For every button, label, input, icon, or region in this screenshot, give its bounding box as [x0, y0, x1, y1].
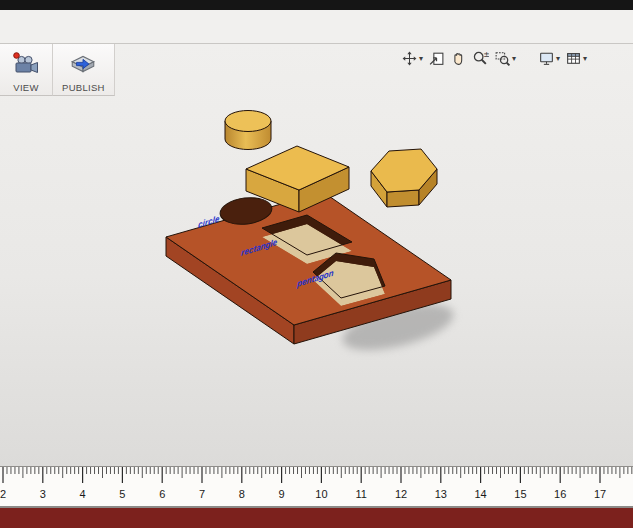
- ruler-number: 12: [395, 488, 407, 500]
- ruler-number: 14: [474, 488, 486, 500]
- ruler-number: 5: [119, 488, 125, 500]
- grid-icon: [565, 50, 582, 67]
- title-bar: [0, 0, 633, 10]
- chevron-down-icon[interactable]: ▾: [512, 55, 516, 63]
- view-button[interactable]: [9, 48, 43, 80]
- chevron-down-icon[interactable]: ▾: [419, 55, 423, 63]
- scene-3d[interactable]: circle rectangle pentagon: [0, 44, 633, 465]
- zoom-window-icon: [494, 50, 511, 67]
- ruler-number: 15: [514, 488, 526, 500]
- chevron-down-icon[interactable]: ▾: [556, 55, 560, 63]
- cylinder-shape[interactable]: [225, 111, 271, 150]
- ribbon-strip: [0, 10, 633, 44]
- ruler-number: 16: [554, 488, 566, 500]
- ruler-scale: 234567891011121314151617: [0, 467, 633, 506]
- ruler-number: 7: [199, 488, 205, 500]
- svg-text:±: ±: [483, 50, 489, 59]
- pan-button[interactable]: [448, 49, 469, 68]
- publish-button[interactable]: [66, 48, 100, 80]
- zoom-plus-minus-icon: ±: [472, 50, 489, 67]
- ruler-number: 6: [159, 488, 165, 500]
- zoom-window-button[interactable]: ▾: [492, 49, 518, 68]
- chevron-down-icon[interactable]: ▾: [583, 55, 587, 63]
- ruler-number: 8: [239, 488, 245, 500]
- view-panel: VIEW: [0, 44, 53, 96]
- ruler-number: 11: [355, 488, 366, 500]
- view-panel-label: VIEW: [13, 82, 38, 93]
- ruler-number: 3: [40, 488, 46, 500]
- ruler-number: 9: [279, 488, 285, 500]
- publish-arrows-icon: [69, 51, 97, 77]
- ruler-number: 10: [315, 488, 327, 500]
- orbit-button[interactable]: ▾: [399, 49, 425, 68]
- bottom-bar: [0, 508, 633, 528]
- look-at-button[interactable]: [426, 49, 447, 68]
- orbit-icon: [401, 50, 418, 67]
- pan-hand-icon: [450, 50, 467, 67]
- look-at-icon: [428, 50, 445, 67]
- zoom-button[interactable]: ±: [470, 49, 491, 68]
- ruler-number: 13: [435, 488, 447, 500]
- ruler-number: 4: [80, 488, 86, 500]
- video-camera-icon: [12, 51, 40, 77]
- viewport[interactable]: VIEW PUBLISH: [0, 44, 633, 466]
- hexagon-shape[interactable]: [371, 149, 437, 207]
- app-window: VIEW PUBLISH: [0, 0, 633, 528]
- display-style-button[interactable]: ▾: [536, 49, 562, 68]
- publish-panel: PUBLISH: [53, 44, 115, 96]
- ruler-number: 2: [0, 488, 6, 500]
- toolbar-panels: VIEW PUBLISH: [0, 44, 115, 96]
- navigation-bar: ▾ ±: [399, 49, 589, 68]
- grid-button[interactable]: ▾: [563, 49, 589, 68]
- ruler-number: 17: [594, 488, 606, 500]
- display-icon: [538, 50, 555, 67]
- ruler: 234567891011121314151617: [0, 466, 633, 506]
- publish-panel-label: PUBLISH: [62, 82, 105, 93]
